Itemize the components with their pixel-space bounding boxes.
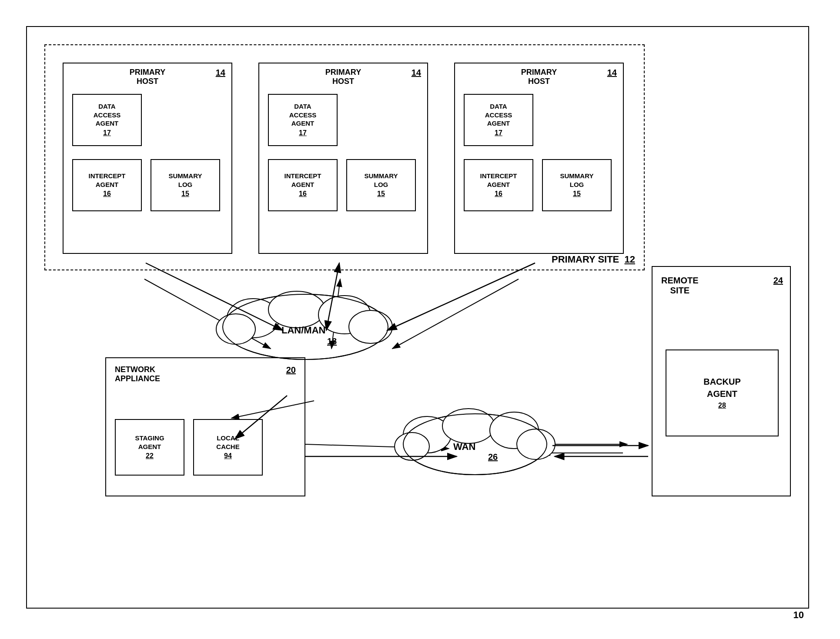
- primary-host-3-number: 14: [607, 68, 617, 78]
- summary-log-2: SUMMARYLOG15: [346, 159, 416, 211]
- remote-site-box: REMOTESITE 24 BACKUPAGENT28: [652, 266, 791, 496]
- remote-site-label: REMOTESITE: [661, 276, 699, 296]
- primary-host-2-label: PRIMARYHOST: [325, 68, 361, 86]
- network-appliance-box: NETWORKAPPLIANCE 20 STAGINGAGENT22 LOCAL…: [105, 357, 305, 496]
- primary-host-3-label: PRIMARYHOST: [521, 68, 557, 86]
- network-appliance-label: NETWORKAPPLIANCE: [115, 365, 160, 383]
- data-access-agent-3: DATAACCESSAGENT17: [464, 94, 533, 146]
- primary-host-1-label: PRIMARYHOST: [130, 68, 165, 86]
- wan-cloud: WAN 26: [392, 401, 558, 488]
- system-box: PRIMARY SITE 12 PRIMARYHOST 14 DATAACCES…: [26, 26, 809, 609]
- primary-host-2-number: 14: [412, 68, 421, 78]
- svg-point-15: [216, 314, 255, 344]
- summary-log-1: SUMMARYLOG15: [151, 159, 220, 211]
- primary-host-3: PRIMARYHOST 14 DATAACCESSAGENT17 INTERCE…: [454, 63, 624, 254]
- intercept-agent-1: INTERCEPTAGENT16: [72, 159, 142, 211]
- primary-host-2: PRIMARYHOST 14 DATAACCESSAGENT17 INTERCE…: [258, 63, 428, 254]
- remote-site-number: 24: [773, 276, 783, 286]
- primary-site-box: PRIMARY SITE 12 PRIMARYHOST 14 DATAACCES…: [44, 44, 645, 270]
- primary-site-label: PRIMARY SITE 12: [552, 254, 635, 265]
- svg-text:LAN/MAN: LAN/MAN: [281, 325, 325, 336]
- intercept-agent-3: INTERCEPTAGENT16: [464, 159, 533, 211]
- summary-log-3: SUMMARYLOG15: [542, 159, 612, 211]
- svg-text:WAN: WAN: [453, 441, 475, 452]
- local-cache-box: LOCALCACHE94: [193, 419, 263, 476]
- svg-point-24: [395, 433, 429, 460]
- backup-agent-box: BACKUPAGENT28: [666, 349, 779, 436]
- diagram-container: PRIMARY SITE 12 PRIMARYHOST 14 DATAACCES…: [17, 17, 823, 622]
- svg-text:18: 18: [327, 336, 337, 346]
- system-label: 10: [793, 609, 804, 621]
- intercept-agent-2: INTERCEPTAGENT16: [268, 159, 338, 211]
- primary-host-1: PRIMARYHOST 14 DATAACCESSAGENT17 INTERCE…: [63, 63, 232, 254]
- data-access-agent-1: DATAACCESSAGENT17: [72, 94, 142, 146]
- svg-line-5: [392, 279, 519, 349]
- primary-host-1-number: 14: [216, 68, 225, 78]
- network-appliance-number: 20: [286, 365, 296, 375]
- staging-agent-box: STAGINGAGENT22: [115, 419, 184, 476]
- svg-text:26: 26: [488, 452, 498, 462]
- svg-point-23: [517, 429, 555, 459]
- svg-point-14: [349, 310, 392, 343]
- data-access-agent-2: DATAACCESSAGENT17: [268, 94, 338, 146]
